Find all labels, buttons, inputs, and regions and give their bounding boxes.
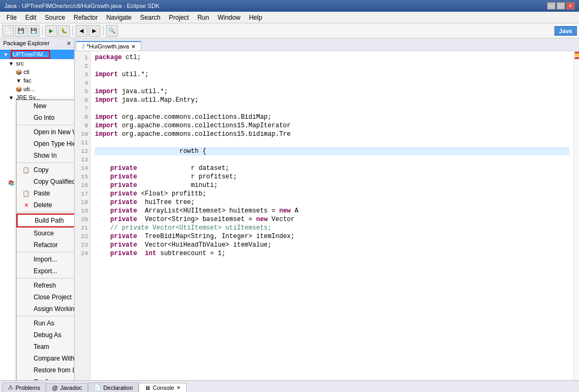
ctx-copy-qualified[interactable]: Copy Qualified Name xyxy=(17,176,75,187)
main-layout: Package Explorer ✕ ▼ UPTreeFIM... ▼ src … xyxy=(0,38,579,380)
code-line-1: package ctl; xyxy=(95,53,569,62)
ctx-team[interactable]: Team ▶ xyxy=(17,341,75,353)
debug-button[interactable]: 🐛 xyxy=(58,25,70,37)
declaration-icon: 📄 xyxy=(94,384,101,391)
ctx-refactor[interactable]: Refactor Alt+Shift+T ▶ xyxy=(17,239,75,251)
bottom-tabs: ⚠ Problems @ Javadoc 📄 Declaration 🖥 Con… xyxy=(0,381,579,392)
code-line-14: private r dataset; xyxy=(95,164,569,173)
error-marker2 xyxy=(575,57,579,59)
context-menu: New ▶ Go Into Open in New Window Open Ty… xyxy=(16,100,75,380)
left-panel: Package Explorer ✕ ▼ UPTreeFIM... ▼ src … xyxy=(0,38,75,380)
menu-refactor[interactable]: Refactor xyxy=(69,13,102,22)
ctx-copy[interactable]: 📋 Copy Ctrl+C xyxy=(17,164,75,176)
code-line-5: import java.util.*; xyxy=(95,87,569,96)
javadoc-icon: @ xyxy=(52,385,58,391)
title-bar: Java - UPTreeFIMOne/src/ctl/HuiGrowth.ja… xyxy=(0,0,579,12)
minimize-button[interactable]: — xyxy=(547,2,556,10)
menu-project[interactable]: Project xyxy=(165,13,193,22)
bottom-panel: ⚠ Problems @ Javadoc 📄 Declaration 🖥 Con… xyxy=(0,380,579,392)
code-line-20: private Vector<String> baseitemset = new… xyxy=(95,215,569,224)
ctx-restore-local[interactable]: Restore from Local History... xyxy=(17,364,75,376)
warning-marker xyxy=(575,54,579,56)
new-button[interactable]: 📄 xyxy=(2,25,14,37)
search-button[interactable]: 🔍 xyxy=(106,25,118,37)
ctx-debug-as[interactable]: Debug As ▶ xyxy=(17,329,75,341)
ctx-run-as[interactable]: Run As ▶ xyxy=(17,317,75,329)
run-button[interactable]: ▶ xyxy=(45,25,57,37)
ctx-show-in[interactable]: Show In Alt+Shift+W ▶ xyxy=(17,150,75,161)
console-icon: 🖥 xyxy=(144,385,150,391)
editor-tab-huigrowth[interactable]: J *HuiGrowth.java ✕ xyxy=(76,41,141,51)
toolbar-sep2 xyxy=(73,26,73,36)
tab-problems[interactable]: ⚠ Problems xyxy=(2,382,46,392)
ctx-refresh[interactable]: Refresh F5 xyxy=(17,280,75,291)
type-hier-icon xyxy=(22,140,30,148)
ctx-close-project[interactable]: Close Project xyxy=(17,291,75,303)
toolbar: 📄 💾 💾 ▶ 🐛 ◀ ▶ 🔍 Java xyxy=(0,23,579,38)
code-line-11 xyxy=(95,138,569,147)
ctx-compare-with[interactable]: Compare With ▶ xyxy=(17,353,75,364)
build-path-icon xyxy=(23,216,31,225)
tab-javadoc[interactable]: @ Javadoc xyxy=(46,383,87,392)
refactor-icon xyxy=(22,241,30,249)
ctx-assign-working-sets[interactable]: Assign Working Sets... xyxy=(17,303,75,315)
menu-source[interactable]: Source xyxy=(41,13,69,22)
ctx-build-path[interactable]: Build Path ▶ xyxy=(17,214,75,227)
ctx-delete[interactable]: ✕ Delete Delete xyxy=(17,199,75,211)
save-all-button[interactable]: 💾 xyxy=(28,25,39,37)
menu-search[interactable]: Search xyxy=(136,13,165,22)
tab-close-icon[interactable]: ✕ xyxy=(131,44,135,50)
code-line-15: private r profitset; xyxy=(95,173,569,181)
javadoc-label: Javadoc xyxy=(60,385,82,391)
console-close-icon[interactable]: ✕ xyxy=(176,385,181,390)
code-line-9: import org.apache.commons.collections15.… xyxy=(95,121,569,130)
code-line-10: import org.apache.commons.collections15.… xyxy=(95,130,569,138)
back-button[interactable]: ◀ xyxy=(76,25,87,37)
code-line-18: private huiTree tree; xyxy=(95,198,569,207)
close-button[interactable]: ✕ xyxy=(566,2,575,10)
menu-run[interactable]: Run xyxy=(193,13,213,22)
team-icon xyxy=(22,342,30,351)
show-in-icon xyxy=(22,151,30,160)
ctx-sep6 xyxy=(17,316,75,316)
code-line-7 xyxy=(95,104,569,113)
ctx-sep2 xyxy=(17,162,75,163)
ctx-source[interactable]: Source Alt+Shift+S ▶ xyxy=(17,227,75,239)
ctx-import[interactable]: Import... xyxy=(17,254,75,265)
menu-file[interactable]: File xyxy=(2,13,21,22)
toolbar-sep1 xyxy=(42,26,43,36)
menu-edit[interactable]: Edit xyxy=(21,13,41,22)
menu-navigate[interactable]: Navigate xyxy=(102,13,135,22)
menu-window[interactable]: Window xyxy=(213,13,245,22)
import-icon xyxy=(22,255,30,264)
tab-file-icon: J xyxy=(82,43,85,50)
tab-console[interactable]: 🖥 Console ✕ xyxy=(139,383,186,392)
ctx-go-into[interactable]: Go Into xyxy=(17,112,75,124)
save-button[interactable]: 💾 xyxy=(15,25,27,37)
code-area[interactable]: package ctl; import util.*; import java.… xyxy=(91,51,574,380)
java-perspective-label[interactable]: Java xyxy=(554,26,577,36)
ctx-open-type-hierarchy[interactable]: Open Type Hierarchy F4 xyxy=(17,138,75,150)
debug-as-icon xyxy=(22,331,30,339)
ctx-configure[interactable]: Configure ▶ xyxy=(17,376,75,380)
code-line-16: private minuti; xyxy=(95,181,569,190)
ctx-paste[interactable]: 📋 Paste Ctrl+V xyxy=(17,187,75,199)
ctx-export[interactable]: Export... xyxy=(17,265,75,277)
console-label: Console xyxy=(152,385,174,391)
right-markers xyxy=(574,51,579,380)
editor-content: 1 2 3 4 5 6 7 8 9 10 11 12 13 14 15 16 1… xyxy=(75,51,579,380)
code-line-12: rowth { xyxy=(95,147,569,156)
code-line-3: import util.*; xyxy=(95,70,569,79)
editor-tabs: J *HuiGrowth.java ✕ xyxy=(75,38,579,51)
ctx-open-new-window[interactable]: Open in New Window xyxy=(17,126,75,138)
maximize-button[interactable]: □ xyxy=(557,2,565,10)
ctx-sep3 xyxy=(17,212,75,213)
forward-button[interactable]: ▶ xyxy=(89,25,100,37)
tab-declaration[interactable]: 📄 Declaration xyxy=(88,382,139,392)
menu-help[interactable]: Help xyxy=(245,13,267,22)
declaration-label: Declaration xyxy=(103,385,133,391)
code-line-17: private <Float> profittb; xyxy=(95,190,569,198)
ctx-new[interactable]: New ▶ xyxy=(17,100,75,112)
compare-icon xyxy=(22,354,30,363)
title-bar-buttons: — □ ✕ xyxy=(547,2,575,10)
